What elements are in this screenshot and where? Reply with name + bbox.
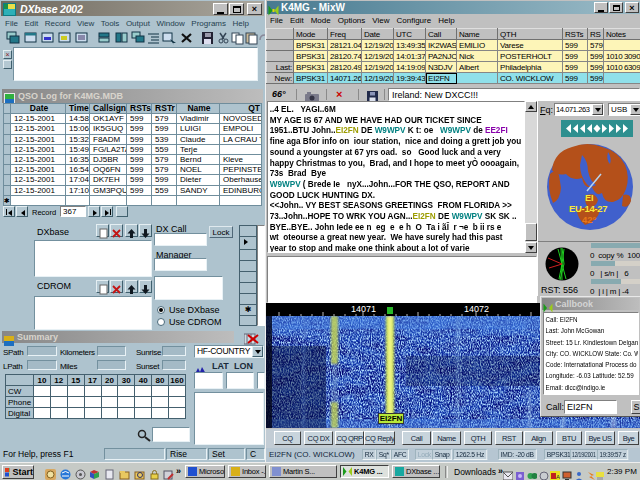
svg-text:EU-14-27: EU-14-27 xyxy=(569,203,607,214)
svg-text:EI: EI xyxy=(585,193,594,203)
svg-text:42°: 42° xyxy=(582,214,597,225)
svg-text:A: A xyxy=(556,474,560,480)
